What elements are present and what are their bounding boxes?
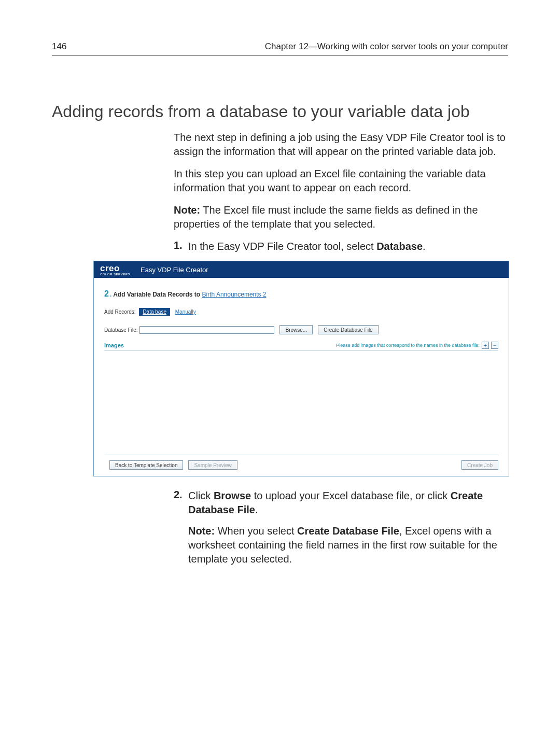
body-column-top: The next step in defining a job using th… [174, 131, 506, 254]
tab-manually[interactable]: Manually [172, 308, 200, 316]
step-1-number: 1. [174, 240, 188, 254]
step-2-text: Click Browse to upload your Excel databa… [188, 489, 506, 517]
images-area [104, 353, 498, 452]
chapter-title: Chapter 12—Working with color server too… [265, 41, 508, 52]
database-file-label: Database File: [104, 327, 137, 333]
create-database-file-button[interactable]: Create Database File [318, 325, 379, 334]
section-title: Adding records from a database to your v… [52, 102, 508, 121]
app-body: 2. Add Variable Data Records to Birth An… [94, 278, 509, 476]
sample-preview-button[interactable]: Sample Preview [188, 460, 237, 470]
note-2: Note: When you select Create Database Fi… [188, 524, 506, 566]
wizard-step-heading: 2. Add Variable Data Records to Birth An… [104, 289, 498, 299]
database-file-row: Database File: Browse... Create Database… [104, 325, 498, 334]
step-list-bottom: 2. Click Browse to upload your Excel dat… [174, 489, 506, 517]
create-job-button[interactable]: Create Job [461, 460, 498, 470]
app-header: creo COLOR SERVERS Easy VDP File Creator [94, 261, 509, 278]
app-footer: Back to Template Selection Sample Previe… [104, 455, 498, 470]
add-records-row: Add Records: Data base Manually [104, 308, 498, 316]
note-1-text: The Excel file must include the same fie… [174, 204, 478, 230]
database-file-input[interactable] [139, 326, 274, 334]
add-records-label: Add Records: [104, 309, 136, 315]
app-logo: creo COLOR SERVERS [100, 263, 130, 276]
document-page: 146 Chapter 12—Working with color server… [0, 0, 560, 745]
note-1: Note: The Excel file must include the sa… [174, 203, 506, 231]
page-header: 146 Chapter 12—Working with color server… [52, 41, 508, 55]
app-title: Easy VDP File Creator [141, 266, 208, 274]
back-to-template-selection-button[interactable]: Back to Template Selection [109, 460, 183, 470]
step-2: 2. Click Browse to upload your Excel dat… [174, 489, 506, 517]
add-image-button[interactable]: + [482, 342, 489, 349]
page-number: 146 [52, 41, 66, 52]
remove-image-button[interactable]: − [491, 342, 498, 349]
intro-paragraph-1: The next step in defining a job using th… [174, 131, 506, 159]
images-header-row: Images Please add images that correspond… [104, 342, 498, 351]
note-2-label: Note: [188, 525, 215, 537]
intro-paragraph-2: In this step you can upload an Excel fil… [174, 167, 506, 195]
wizard-step-label: Add Variable Data Records to [111, 291, 202, 298]
images-label: Images [104, 342, 124, 348]
app-screenshot: creo COLOR SERVERS Easy VDP File Creator… [93, 261, 509, 476]
step-2-number: 2. [174, 489, 188, 517]
tab-database[interactable]: Data base [139, 308, 170, 316]
step-1-text: In the Easy VDP File Creator tool, selec… [188, 240, 506, 254]
images-hint: Please add images that correspond to the… [336, 342, 498, 349]
template-name-link[interactable]: Birth Announcements 2 [202, 291, 267, 298]
wizard-step-number: 2 [104, 289, 109, 298]
note-1-label: Note: [174, 204, 200, 216]
browse-button[interactable]: Browse... [279, 325, 313, 334]
step-list-top: 1. In the Easy VDP File Creator tool, se… [174, 240, 506, 254]
step-1: 1. In the Easy VDP File Creator tool, se… [174, 240, 506, 254]
body-column-bottom: 2. Click Browse to upload your Excel dat… [174, 489, 506, 566]
